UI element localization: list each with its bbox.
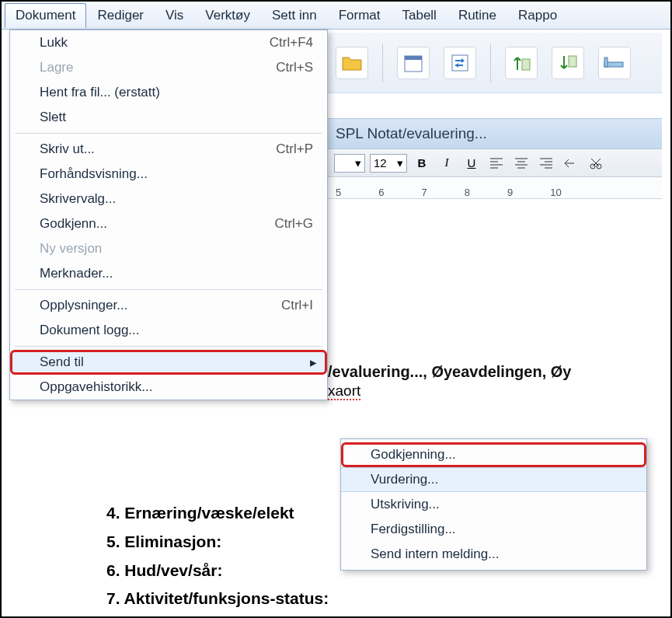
document-title: SPL Notat/evaluering... (336, 125, 487, 142)
list-item: 4. Ernæring/væske/elekt (106, 499, 329, 528)
menu-item-skriv-ut[interactable]: Skriv ut... Ctrl+P (10, 137, 327, 162)
list-item: 6. Hud/vev/sår: (106, 557, 329, 585)
main-toolbar (328, 33, 662, 93)
transfer-icon[interactable] (444, 47, 476, 79)
shortcut-label: Ctrl+I (281, 298, 313, 313)
ruler: 5 6 7 8 9 10 (328, 177, 662, 199)
svg-rect-3 (522, 59, 530, 70)
ruler-mark: 9 (507, 187, 513, 198)
submenu-arrow-icon: ▸ (310, 354, 317, 371)
menu-item-merknader[interactable]: Merknader... (10, 261, 327, 286)
bed-icon[interactable] (598, 47, 631, 79)
menu-item-dokument-logg[interactable]: Dokument logg... (10, 318, 327, 343)
submenu-item-send-intern-melding[interactable]: Send intern melding... (341, 542, 646, 567)
folder-icon[interactable] (336, 47, 368, 79)
shortcut-label: Ctrl+G (274, 216, 313, 232)
align-center-button[interactable] (511, 154, 531, 173)
document-list: 4. Ernæring/væske/elekt 5. Eliminasjon: … (106, 499, 329, 613)
menu-separator (15, 346, 322, 347)
doc-text: /evaluering..., Øyeavdelingen, Øy (328, 363, 571, 380)
menu-item-opplysninger[interactable]: Opplysninger... Ctrl+I (10, 293, 327, 318)
chevron-down-icon: ▾ (355, 156, 361, 170)
submenu-item-vurdering[interactable]: Vurdering... (341, 467, 646, 492)
doc-text: xaort (328, 382, 360, 400)
submenu-item-godkjenning[interactable]: Godkjenning... (341, 442, 646, 467)
menu-verktoy[interactable]: Verktøy (194, 3, 261, 28)
submenu-item-utskriving[interactable]: Utskriving... (341, 492, 646, 517)
menu-item-ny-versjon: Ny versjon (10, 236, 327, 261)
menu-item-slett[interactable]: Slett (10, 105, 327, 130)
menu-item-hent-fra-fil[interactable]: Hent fra fil... (erstatt) (10, 80, 327, 105)
document-content: /evaluering..., Øyeavdelingen, Øy (328, 359, 662, 384)
sort-down-icon[interactable] (552, 47, 584, 79)
svg-rect-4 (569, 56, 576, 67)
svg-rect-6 (604, 58, 608, 67)
shortcut-label: Ctrl+S (276, 60, 313, 75)
ruler-mark: 6 (378, 187, 384, 198)
cut-button[interactable] (586, 154, 606, 173)
calendar-icon[interactable] (397, 47, 430, 79)
menu-dokument[interactable]: Dokument (5, 3, 86, 28)
align-right-button[interactable] (536, 154, 556, 173)
align-left-button[interactable] (486, 154, 507, 173)
menu-item-lagre: Lagre Ctrl+S (10, 55, 327, 80)
menu-settinn[interactable]: Sett inn (261, 3, 328, 28)
menu-separator (15, 289, 322, 290)
menu-format[interactable]: Format (328, 3, 392, 28)
ruler-mark: 8 (465, 187, 470, 198)
send-til-submenu: Godkjenning... Vurdering... Utskriving..… (340, 438, 647, 571)
ruler-mark: 7 (421, 187, 427, 198)
toolbar-separator (490, 44, 491, 82)
toolbar-separator (382, 44, 383, 82)
menu-item-skrivervalg[interactable]: Skrivervalg... (10, 187, 327, 211)
format-toolbar: ▾ 12 ▾ B I U (328, 149, 662, 177)
font-name-field[interactable]: ▾ (334, 154, 365, 173)
list-item: 7. Aktivitet/funksjons-status: (106, 585, 329, 613)
menu-item-godkjenn[interactable]: Godkjenn... Ctrl+G (10, 211, 327, 236)
menu-item-forhandsvisning[interactable]: Forhåndsvisning... (10, 162, 327, 187)
menu-rediger[interactable]: Rediger (86, 3, 155, 28)
menu-separator (15, 133, 322, 134)
underline-button[interactable]: U (461, 154, 482, 173)
bold-button[interactable]: B (412, 154, 432, 173)
dokument-menu-dropdown: Lukk Ctrl+F4 Lagre Ctrl+S Hent fra fil..… (9, 30, 328, 400)
ruler-mark: 5 (336, 187, 341, 198)
sort-up-icon[interactable] (505, 47, 538, 79)
list-item: 5. Eliminasjon: (106, 528, 329, 557)
menubar: Dokument Rediger Vis Verktøy Sett inn Fo… (2, 2, 670, 30)
document-title-band: SPL Notat/evaluering... (328, 118, 662, 149)
italic-button[interactable]: I (437, 154, 457, 173)
menu-item-send-til[interactable]: Send til ▸ (10, 350, 327, 375)
undo-button[interactable] (561, 154, 581, 173)
menu-rapporter[interactable]: Rappo (507, 3, 568, 28)
ruler-mark: 10 (550, 187, 561, 198)
svg-rect-1 (405, 56, 422, 60)
menu-tabell[interactable]: Tabell (391, 3, 447, 28)
menu-vis[interactable]: Vis (155, 3, 194, 28)
menu-item-oppgavehistorikk[interactable]: Oppgavehistorikk... (10, 375, 327, 400)
font-size-field[interactable]: 12 ▾ (370, 154, 407, 173)
menu-rutine[interactable]: Rutine (447, 3, 507, 28)
menu-item-lukk[interactable]: Lukk Ctrl+F4 (10, 30, 327, 55)
svg-rect-2 (452, 55, 468, 71)
submenu-item-ferdigstilling[interactable]: Ferdigstilling... (341, 517, 646, 542)
chevron-down-icon: ▾ (397, 156, 403, 170)
shortcut-label: Ctrl+P (276, 141, 313, 157)
shortcut-label: Ctrl+F4 (270, 35, 313, 51)
